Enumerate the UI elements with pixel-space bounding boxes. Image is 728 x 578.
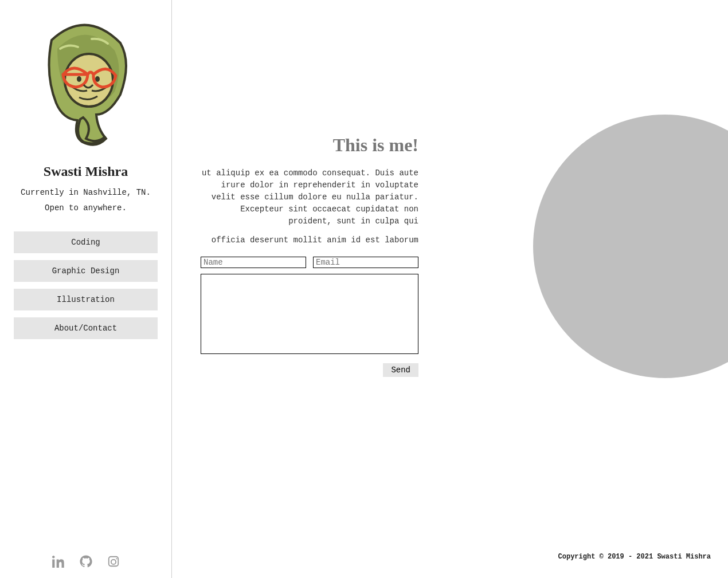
- about-section: This is me! ut aliquip ex ea commodo con…: [201, 135, 418, 377]
- about-paragraph-1: ut aliquip ex ea commodo consequat. Duis…: [201, 167, 418, 227]
- linkedin-icon[interactable]: [52, 555, 65, 568]
- email-input[interactable]: [313, 257, 418, 268]
- nav-item-label: Graphic Design: [52, 266, 120, 276]
- svg-point-1: [77, 76, 81, 82]
- github-icon[interactable]: [80, 555, 92, 568]
- nav-item-label: About/Contact: [54, 324, 117, 333]
- nav-item-label: Coding: [71, 238, 100, 247]
- nav-item-illustration[interactable]: Illustration: [14, 289, 158, 310]
- sidebar: Swasti Mishra Currently in Nashville, TN…: [0, 0, 172, 578]
- tagline: Currently in Nashville, TN. Open to anyw…: [21, 185, 151, 215]
- main-content: This is me! ut aliquip ex ea commodo con…: [172, 0, 728, 578]
- about-paragraph-2: officia deserunt mollit anim id est labo…: [201, 234, 418, 246]
- name-input[interactable]: [201, 257, 306, 268]
- decorative-circle: [533, 115, 728, 378]
- site-title: Swasti Mishra: [44, 164, 128, 179]
- nav-item-about-contact[interactable]: About/Contact: [14, 317, 158, 339]
- send-button[interactable]: Send: [383, 363, 418, 377]
- page-heading: This is me!: [201, 135, 418, 156]
- instagram-icon[interactable]: [107, 555, 120, 568]
- contact-form: Send: [201, 257, 418, 377]
- nav-item-coding[interactable]: Coding: [14, 231, 158, 253]
- nav-item-label: Illustration: [57, 295, 115, 304]
- tagline-line-2: Open to anywhere.: [45, 203, 127, 213]
- tagline-line-1: Currently in Nashville, TN.: [21, 188, 151, 197]
- sidebar-nav: Coding Graphic Design Illustration About…: [14, 231, 158, 339]
- social-links: [0, 555, 171, 568]
- message-textarea[interactable]: [201, 274, 418, 354]
- avatar-illustration: [29, 17, 143, 155]
- copyright-text: Copyright © 2019 - 2021 Swasti Mishra: [558, 553, 711, 561]
- nav-item-graphic-design[interactable]: Graphic Design: [14, 260, 158, 282]
